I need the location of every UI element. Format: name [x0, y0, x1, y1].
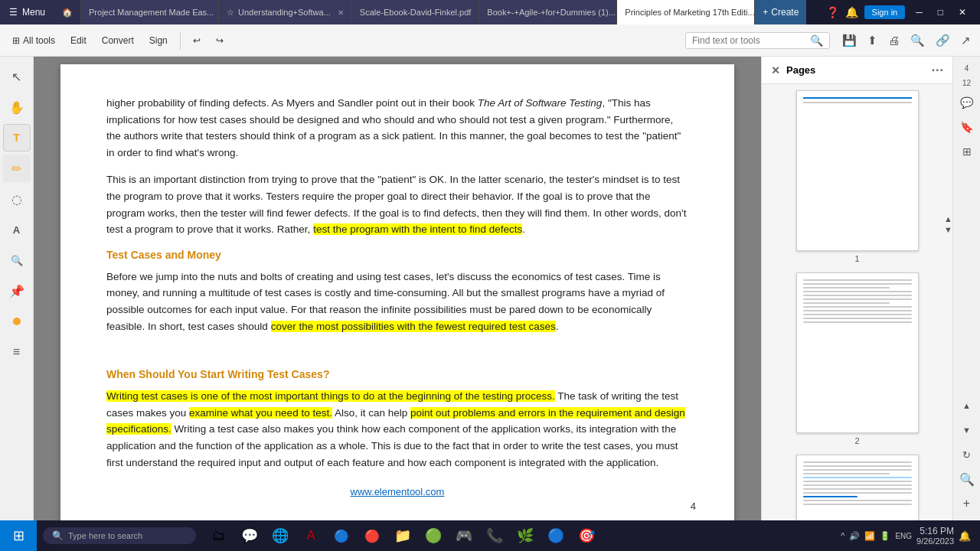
taskbar-app-chat[interactable]: 💬 [236, 522, 263, 549]
print-icon[interactable]: 🖨 [885, 31, 903, 50]
grid-icon[interactable]: ⊞ [956, 141, 978, 162]
taskbar-app-target[interactable]: 🎯 [573, 522, 600, 549]
pan-tool[interactable]: ✋ [3, 93, 31, 121]
minimize-button[interactable]: ─ [911, 5, 927, 19]
scroll-up-button[interactable]: ▲ [944, 214, 952, 223]
taskbar-app-phone[interactable]: 📞 [481, 522, 508, 549]
page-thumb-img-1 [796, 90, 919, 251]
heading-test-cases-money: Test Cases and Money [106, 249, 688, 261]
panel-refresh-icon[interactable]: ↻ [956, 444, 978, 465]
maximize-button[interactable]: □ [933, 5, 948, 19]
lang-indicator: ENG [895, 532, 912, 540]
highlight-examine: examine what you need to test. [189, 407, 332, 419]
search-icon: 🔍 [810, 34, 823, 47]
highlight-tool[interactable]: ✏ [3, 155, 31, 182]
tab-project-management[interactable]: Project Management Made Eas... ✕ [81, 0, 219, 24]
tab-scale-ebook[interactable]: Scale-Ebook-David-Finkel.pdf [352, 0, 480, 24]
start-button[interactable]: ⊞ [0, 520, 37, 551]
color-dot[interactable] [3, 308, 31, 335]
page-thumb-2[interactable]: 2 [768, 272, 946, 445]
pages-list[interactable]: 1 [762, 84, 952, 520]
edit-button[interactable]: Edit [64, 32, 93, 49]
right-sidebar: 4 12 💬 🔖 ⊞ ▲ ▼ ↻ 🔍 + [952, 57, 980, 520]
heading-when-start: When Should You Start Writing Test Cases… [106, 368, 688, 380]
zoom-icon[interactable]: 🔍 [907, 31, 928, 51]
redo-button[interactable]: ↪ [210, 32, 230, 49]
zoom-minus-icon[interactable]: 🔍 [956, 468, 978, 490]
footer-link[interactable]: www.elementool.com [351, 486, 445, 497]
scroll-down-button[interactable]: ▼ [944, 225, 952, 234]
pdf-area[interactable]: higher probability of finding defects. A… [34, 57, 761, 520]
system-tray: ^ 🔊 📶 🔋 [841, 531, 890, 541]
page-thumb-3[interactable]: 3 [768, 455, 946, 520]
undo-icon: ↩ [193, 35, 201, 46]
taskbar-app-nature[interactable]: 🌿 [511, 522, 539, 549]
link-icon[interactable]: 🔗 [933, 31, 953, 51]
create-button[interactable]: + Create [755, 0, 806, 24]
edit-label: Edit [70, 35, 87, 46]
taskbar-search[interactable]: 🔍 Type here to search [43, 527, 196, 544]
tray-expand[interactable]: ^ [841, 531, 844, 540]
close-button[interactable]: ✕ [954, 5, 971, 19]
list-tool[interactable]: ≡ [3, 338, 31, 366]
tab-label: Principles of Marketing 17th Editi... [625, 8, 754, 17]
page-indicator-4: 4 [963, 63, 971, 74]
tab-home[interactable]: 🏠 [54, 0, 81, 24]
bookmark-icon[interactable]: 🔖 [956, 116, 978, 138]
network-icon[interactable]: 📶 [864, 531, 875, 541]
page-thumb-img-3 [796, 455, 919, 520]
taskbar-app-folder[interactable]: 📁 [389, 522, 416, 549]
text-tool[interactable]: T [3, 124, 31, 152]
toolbar-right-icons: 💾 ⬆ 🖨 🔍 🔗 ↗ [839, 31, 974, 51]
taskbar-app-edge[interactable]: 🌐 [266, 522, 294, 549]
notification-bell[interactable]: 🔔 [959, 530, 971, 542]
undo-button[interactable]: ↩ [187, 32, 207, 49]
taskbar: ⊞ 🔍 Type here to search 🗂 💬 🌐 A 🔵 🔴 📁 🟢 … [0, 520, 980, 551]
panel-scroll-up-icon[interactable]: ▲ [956, 395, 978, 416]
convert-button[interactable]: Convert [96, 32, 140, 49]
sign-button[interactable]: Sign [143, 32, 174, 49]
pdf-page-4: higher probability of finding defects. A… [60, 64, 734, 520]
pin-tool[interactable]: 📌 [3, 277, 31, 305]
taskbar-app-green[interactable]: 🟢 [420, 522, 447, 549]
taskbar-app-red[interactable]: 🔴 [358, 522, 386, 549]
panel-close-button[interactable]: ✕ [771, 64, 780, 77]
taskbar-app-adobe[interactable]: A [297, 522, 325, 549]
tab-principles[interactable]: Principles of Marketing 17th Editi... [617, 0, 755, 24]
search-input[interactable] [692, 35, 807, 46]
taskbar-app-game[interactable]: 🎮 [450, 522, 478, 549]
taskbar-app-chrome[interactable]: 🔵 [328, 522, 355, 549]
volume-icon[interactable]: 🔊 [849, 531, 860, 541]
menu-icon: ☰ [9, 7, 18, 18]
tab-close-2[interactable]: ✕ [338, 8, 344, 17]
menu-label: Menu [22, 7, 45, 18]
page-thumb-1[interactable]: 1 [768, 90, 946, 263]
battery-icon[interactable]: 🔋 [880, 531, 890, 541]
panel-scroll-down-icon[interactable]: ▼ [956, 419, 978, 441]
eraser-tool[interactable]: ◌ [3, 185, 31, 213]
search-tool[interactable]: 🔍 [3, 246, 31, 274]
tab-understanding[interactable]: ☆ Understanding+Softwa... ✕ [219, 0, 352, 24]
tab-agile[interactable]: Book+-+Agile-+for+Dummies (1)... [479, 0, 617, 24]
highlight-find-defects: test the program with the intent to find… [313, 223, 522, 235]
page-indicator-12: 12 [961, 77, 972, 89]
notification-icon[interactable]: 🔔 [845, 6, 858, 18]
stamp-tool[interactable]: A [3, 216, 31, 243]
panel-more-button[interactable]: ⋯ [931, 63, 943, 77]
page-footer: www.elementool.com [106, 486, 688, 497]
convert-label: Convert [102, 35, 134, 46]
help-icon[interactable]: ❓ [826, 6, 839, 18]
zoom-plus-icon[interactable]: + [956, 493, 978, 514]
share-icon[interactable]: ↗ [958, 31, 974, 51]
menu-button[interactable]: ☰ Menu [0, 0, 54, 24]
comment-icon[interactable]: 💬 [956, 92, 978, 113]
taskbar-app-explorer[interactable]: 🗂 [205, 522, 233, 549]
taskbar-app-blue2[interactable]: 🔵 [542, 522, 570, 549]
cursor-tool[interactable]: ↖ [3, 63, 31, 90]
sign-in-button[interactable]: Sign in [864, 5, 906, 19]
search-bar[interactable]: 🔍 [685, 32, 830, 49]
all-tools-button[interactable]: ⊞ All tools [6, 32, 61, 49]
save-icon[interactable]: 💾 [839, 31, 860, 51]
clock[interactable]: 5:16 PM 9/26/2023 [916, 526, 954, 546]
upload-icon[interactable]: ⬆ [864, 31, 880, 51]
